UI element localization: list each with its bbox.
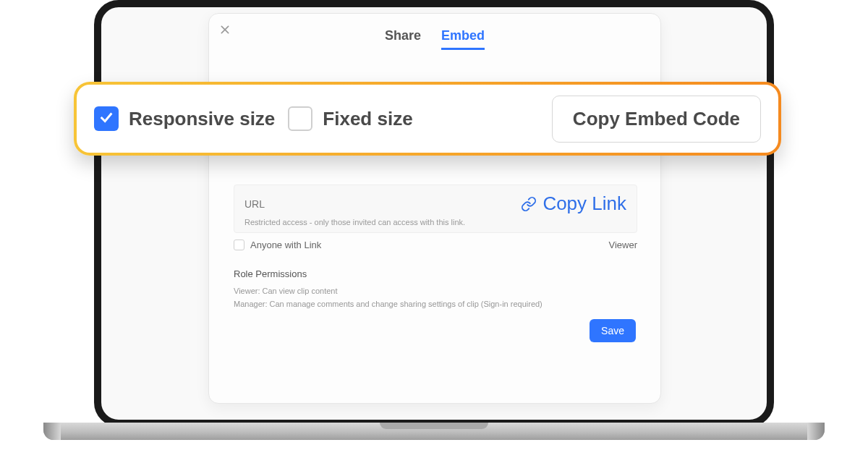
save-button[interactable]: Save [590,319,636,342]
role-permissions-title: Role Permissions [234,268,637,279]
url-label: URL [244,198,265,210]
tab-share[interactable]: Share [385,28,421,50]
share-embed-dialog: Share Embed URL Copy Link [208,13,661,404]
dialog-tabs: Share Embed [209,14,660,50]
copy-embed-code-button[interactable]: Copy Embed Code [552,96,761,143]
responsive-size-option[interactable]: Responsive size [94,106,275,131]
link-icon [521,196,537,212]
close-icon [219,25,231,38]
url-access-note: Restricted access - only those invited c… [244,218,626,226]
role-viewer-line: Viewer: Can view clip content [234,287,637,295]
close-button[interactable] [219,24,235,40]
embed-options-callout: Responsive size Fixed size Copy Embed Co… [74,82,781,156]
laptop-base [43,423,825,440]
laptop-screen: Share Embed URL Copy Link [94,0,774,427]
responsive-size-checkbox[interactable] [94,106,119,131]
laptop-frame: Share Embed URL Copy Link [94,0,774,449]
role-permissions-section: Role Permissions Viewer: Can view clip c… [234,268,637,313]
tab-embed[interactable]: Embed [441,28,485,50]
embed-options-bar: Responsive size Fixed size Copy Embed Co… [77,85,778,153]
fixed-size-label: Fixed size [323,108,412,130]
url-section: URL Copy Link Restricted access - only t… [234,185,637,233]
fixed-size-checkbox[interactable] [288,106,312,131]
laptop-foot-right [807,423,825,440]
anyone-role-label[interactable]: Viewer [608,240,637,250]
fixed-size-option[interactable]: Fixed size [288,106,412,131]
laptop-hinge-notch [380,423,488,429]
role-manager-line: Manager: Can manage comments and change … [234,300,637,308]
check-icon [98,109,114,128]
copy-link-label: Copy Link [542,192,626,215]
copy-link-button[interactable]: Copy Link [521,192,626,215]
responsive-size-label: Responsive size [129,108,275,130]
laptop-foot-left [43,423,61,440]
anyone-with-link-row: Anyone with Link Viewer [234,240,637,250]
anyone-with-link-label: Anyone with Link [250,240,321,250]
anyone-with-link-checkbox[interactable] [234,240,244,250]
